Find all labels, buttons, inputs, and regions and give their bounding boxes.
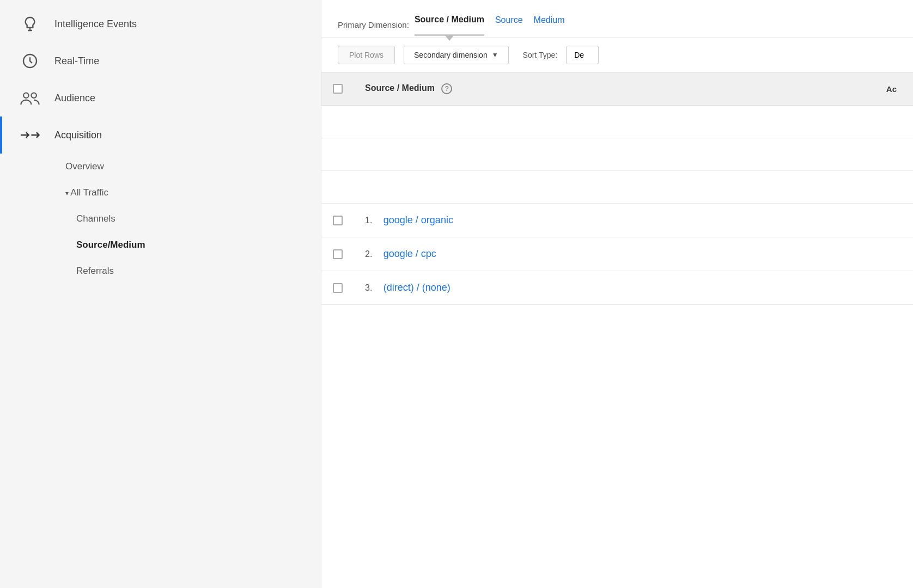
row-3-value-link[interactable]: (direct) / (none) — [384, 282, 451, 293]
row-1-checkbox[interactable] — [333, 216, 343, 225]
row-3-num: 3. — [365, 283, 372, 292]
sidebar-sub-channels[interactable]: Channels — [54, 206, 321, 232]
sidebar-item-acquisition-label: Acquisition — [54, 130, 102, 141]
primary-dimension-bar: Primary Dimension: Source / Medium Sourc… — [321, 0, 913, 38]
row-2-dimension-cell: 2. google / cpc — [354, 237, 770, 271]
empty-row-3 — [321, 171, 913, 204]
acquisition-icon — [16, 126, 44, 144]
row-3-checkbox-col — [321, 271, 354, 305]
row-2-num: 2. — [365, 249, 372, 259]
main-content: Primary Dimension: Source / Medium Sourc… — [321, 0, 913, 588]
sort-type-label: Sort Type: — [523, 51, 558, 59]
row-2-checkbox-col — [321, 237, 354, 271]
data-table-wrapper: Source / Medium ? Ac — [321, 72, 913, 588]
dropdown-arrow-icon: ▼ — [492, 51, 498, 59]
svg-point-3 — [31, 93, 36, 99]
toolbar: Plot Rows Secondary dimension ▼ Sort Typ… — [321, 38, 913, 72]
sidebar-sub-all-traffic[interactable]: All Traffic — [54, 180, 321, 206]
sidebar-sub-overview[interactable]: Overview — [54, 154, 321, 180]
audience-icon — [16, 89, 44, 107]
sidebar-item-audience[interactable]: Audience — [0, 79, 321, 117]
row-2-checkbox[interactable] — [333, 249, 343, 259]
lightbulb-icon — [16, 15, 44, 33]
row-2-value-link[interactable]: google / cpc — [384, 248, 436, 259]
primary-dimension-source-link[interactable]: Source — [495, 15, 523, 35]
sidebar-sub-source-medium[interactable]: Source/Medium — [54, 232, 321, 258]
sidebar-item-intelligence-events[interactable]: Intelligence Events — [0, 5, 321, 42]
row-1-value-link[interactable]: google / organic — [384, 215, 453, 225]
row-1-dimension-cell: 1. google / organic — [354, 204, 770, 237]
header-checkbox[interactable] — [333, 84, 343, 94]
sidebar-item-audience-label: Audience — [54, 93, 95, 104]
row-1-num: 1. — [365, 216, 372, 225]
row-1-checkbox-col — [321, 204, 354, 237]
sort-type-input[interactable] — [566, 46, 599, 64]
sidebar-item-real-time[interactable]: Real-Time — [0, 42, 321, 79]
sidebar-sub-referrals[interactable]: Referrals — [54, 258, 321, 284]
header-dimension-col: Source / Medium ? — [354, 72, 770, 106]
sidebar-item-intelligence-events-label: Intelligence Events — [54, 19, 137, 30]
row-3-ac-cell — [770, 271, 913, 305]
table-header-row: Source / Medium ? Ac — [321, 72, 913, 106]
plot-rows-button[interactable]: Plot Rows — [338, 46, 395, 64]
row-1-ac-cell — [770, 204, 913, 237]
table-row: 2. google / cpc — [321, 237, 913, 271]
header-ac-col: Ac — [770, 72, 913, 106]
primary-dimension-active: Source / Medium — [415, 15, 484, 36]
row-3-dimension-cell: 3. (direct) / (none) — [354, 271, 770, 305]
row-2-ac-cell — [770, 237, 913, 271]
primary-dimension-medium-link[interactable]: Medium — [534, 15, 565, 35]
table-row: 3. (direct) / (none) — [321, 271, 913, 305]
sidebar: Intelligence Events Real-Time Audience — [0, 0, 321, 588]
data-table: Source / Medium ? Ac — [321, 72, 913, 305]
sidebar-item-real-time-label: Real-Time — [54, 56, 99, 67]
sidebar-sub-menu: Overview All Traffic Channels Source/Med… — [0, 154, 321, 284]
sidebar-item-acquisition[interactable]: Acquisition — [0, 117, 321, 154]
header-checkbox-col — [321, 72, 354, 106]
empty-row-2 — [321, 138, 913, 171]
clock-icon — [16, 52, 44, 70]
svg-point-2 — [23, 93, 29, 99]
row-3-checkbox[interactable] — [333, 283, 343, 293]
secondary-dimension-label: Secondary dimension — [414, 51, 488, 59]
dimension-help-icon[interactable]: ? — [441, 83, 452, 94]
empty-row-1 — [321, 106, 913, 138]
secondary-dimension-dropdown[interactable]: Secondary dimension ▼ — [404, 46, 509, 64]
primary-dimension-label: Primary Dimension: — [338, 20, 409, 29]
table-row: 1. google / organic — [321, 204, 913, 237]
